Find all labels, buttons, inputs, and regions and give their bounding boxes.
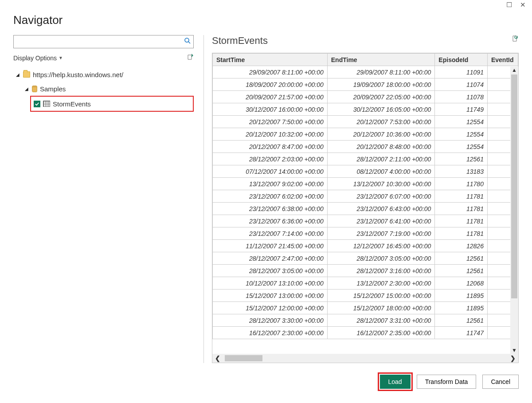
table-cell: 11/12/2007 21:45:00 +00:00: [213, 240, 328, 252]
dialog-title: Navigator: [0, 11, 532, 35]
table-row[interactable]: 15/12/2007 12:00:00 +00:0015/12/2007 18:…: [213, 302, 518, 314]
table-row[interactable]: 11/12/2007 21:45:00 +00:0012/12/2007 16:…: [213, 240, 518, 252]
tree-node-connection[interactable]: ◢ https://help.kusto.windows.net/: [13, 67, 194, 82]
caret-expanded-icon: ◢: [15, 72, 20, 77]
table-cell: 28/12/2007 2:47:00 +00:00: [213, 252, 328, 265]
table-cell: 11091: [435, 66, 488, 78]
table-row[interactable]: 23/12/2007 6:36:00 +00:0023/12/2007 6:41…: [213, 215, 518, 227]
table-cell: 13183: [435, 165, 488, 178]
table-cell: 12554: [435, 128, 488, 141]
scroll-left-icon[interactable]: ❮: [212, 355, 223, 361]
table-cell: 12554: [435, 116, 488, 128]
search-input[interactable]: [13, 35, 194, 48]
column-header[interactable]: EventId: [487, 54, 518, 66]
dialog-footer: Load Transform Data Cancel: [0, 363, 532, 389]
scroll-right-icon[interactable]: ❯: [508, 355, 518, 361]
caret-expanded-icon: ◢: [24, 86, 29, 91]
table-cell: 30/12/2007 16:00:00 +00:00: [213, 103, 328, 116]
table-cell: 13/12/2007 2:30:00 +00:00: [327, 277, 435, 290]
table-cell: 07/12/2007 14:00:00 +00:00: [213, 165, 328, 178]
table-cell: 11895: [435, 290, 488, 302]
table-cell: 12561: [435, 252, 488, 265]
column-header[interactable]: EndTime: [327, 54, 435, 66]
horizontal-scrollbar[interactable]: ❮ ❯: [212, 354, 518, 363]
svg-line-1: [188, 42, 190, 43]
table-cell: 29/09/2007 8:11:00 +00:00: [213, 66, 328, 78]
folder-icon: [23, 71, 30, 78]
table-cell: 29/09/2007 8:11:00 +00:00: [327, 66, 435, 78]
scrollbar-thumb[interactable]: [511, 74, 517, 298]
tree-node-database[interactable]: ◢ Samples: [13, 82, 194, 96]
vertical-scrollbar[interactable]: ▲ ▼: [510, 67, 518, 354]
table-row[interactable]: 28/12/2007 3:05:00 +00:0028/12/2007 3:16…: [213, 265, 518, 277]
table-cell: 11074: [435, 78, 488, 91]
table-cell: 18/09/2007 20:00:00 +00:00: [213, 78, 328, 91]
table-row[interactable]: 29/09/2007 8:11:00 +00:0029/09/2007 8:11…: [213, 66, 518, 78]
table-row[interactable]: 30/12/2007 16:00:00 +00:0030/12/2007 16:…: [213, 103, 518, 116]
table-row[interactable]: 10/12/2007 13:10:00 +00:0013/12/2007 2:3…: [213, 277, 518, 290]
table-row[interactable]: 23/12/2007 6:38:00 +00:0023/12/2007 6:43…: [213, 203, 518, 215]
caret-down-icon: ▼: [59, 55, 63, 60]
column-header[interactable]: EpisodeId: [435, 54, 488, 66]
table-cell: 28/12/2007 3:16:00 +00:00: [327, 265, 435, 277]
table-row[interactable]: 20/09/2007 21:57:00 +00:0020/09/2007 22:…: [213, 91, 518, 103]
table-row[interactable]: 07/12/2007 14:00:00 +00:0008/12/2007 4:0…: [213, 165, 518, 178]
table-cell: 10/12/2007 13:10:00 +00:00: [213, 277, 328, 290]
tree-node-table[interactable]: StormEvents: [34, 100, 91, 108]
display-options-label: Display Options: [13, 55, 57, 62]
transform-data-button[interactable]: Transform Data: [417, 375, 477, 389]
table-cell: 23/12/2007 6:43:00 +00:00: [327, 203, 435, 215]
refresh-icon[interactable]: [187, 54, 194, 62]
preview-title: StormEvents: [212, 35, 268, 47]
load-button[interactable]: Load: [380, 375, 411, 389]
table-row[interactable]: 18/09/2007 20:00:00 +00:0019/09/2007 18:…: [213, 78, 518, 91]
source-tree: ◢ https://help.kusto.windows.net/ ◢ Samp…: [13, 67, 194, 112]
display-options-dropdown[interactable]: Display Options ▼: [13, 55, 63, 62]
table-row[interactable]: 15/12/2007 13:00:00 +00:0015/12/2007 15:…: [213, 290, 518, 302]
tree-node-label: https://help.kusto.windows.net/: [33, 71, 123, 78]
table-row[interactable]: 20/12/2007 10:32:00 +00:0020/12/2007 10:…: [213, 128, 518, 141]
scrollbar-thumb[interactable]: [225, 355, 262, 361]
table-cell: 16/12/2007 2:30:00 +00:00: [213, 327, 328, 339]
table-row[interactable]: 28/12/2007 2:03:00 +00:0028/12/2007 2:11…: [213, 153, 518, 165]
column-header[interactable]: StartTime: [213, 54, 328, 66]
table-cell: 23/12/2007 6:07:00 +00:00: [327, 190, 435, 203]
table-cell: 28/12/2007 3:31:00 +00:00: [327, 314, 435, 327]
tree-node-label: StormEvents: [53, 100, 91, 108]
window-maximize-icon[interactable]: ☐: [506, 1, 512, 9]
table-row[interactable]: 23/12/2007 7:14:00 +00:0023/12/2007 7:19…: [213, 227, 518, 240]
table-cell: 28/12/2007 2:11:00 +00:00: [327, 153, 435, 165]
table-cell: 20/12/2007 7:50:00 +00:00: [213, 116, 328, 128]
table-cell: 12561: [435, 265, 488, 277]
table-cell: 16/12/2007 2:35:00 +00:00: [327, 327, 435, 339]
table-row[interactable]: 20/12/2007 7:50:00 +00:0020/12/2007 7:53…: [213, 116, 518, 128]
table-row[interactable]: 16/12/2007 2:30:00 +00:0016/12/2007 2:35…: [213, 327, 518, 339]
table-cell: 11781: [435, 227, 488, 240]
selected-table-highlight: StormEvents: [30, 96, 194, 112]
table-row[interactable]: 13/12/2007 9:02:00 +00:0013/12/2007 10:3…: [213, 178, 518, 190]
search-icon[interactable]: [184, 37, 191, 46]
table-cell: 13/12/2007 10:30:00 +00:00: [327, 178, 435, 190]
cancel-button[interactable]: Cancel: [482, 375, 519, 389]
table-cell: 23/12/2007 6:41:00 +00:00: [327, 215, 435, 227]
table-cell: 11749: [435, 103, 488, 116]
table-row[interactable]: 23/12/2007 6:02:00 +00:0023/12/2007 6:07…: [213, 190, 518, 203]
svg-point-0: [185, 38, 189, 42]
table-cell: 08/12/2007 4:00:00 +00:00: [327, 165, 435, 178]
table-cell: 11747: [435, 327, 488, 339]
table-checkbox[interactable]: [34, 101, 40, 107]
scroll-up-icon[interactable]: ▲: [512, 67, 517, 74]
window-close-icon[interactable]: ✕: [520, 1, 526, 9]
table-cell: 12561: [435, 153, 488, 165]
scroll-down-icon[interactable]: ▼: [512, 347, 517, 354]
table-row[interactable]: 20/12/2007 8:47:00 +00:0020/12/2007 8:48…: [213, 141, 518, 153]
table-cell: 15/12/2007 13:00:00 +00:00: [213, 290, 328, 302]
table-row[interactable]: 28/12/2007 2:47:00 +00:0028/12/2007 3:05…: [213, 252, 518, 265]
table-cell: 12561: [435, 314, 488, 327]
table-cell: 20/09/2007 21:57:00 +00:00: [213, 91, 328, 103]
preview-refresh-icon[interactable]: [512, 35, 519, 44]
table-cell: 11780: [435, 178, 488, 190]
table-row[interactable]: 28/12/2007 3:30:00 +00:0028/12/2007 3:31…: [213, 314, 518, 327]
table-cell: 23/12/2007 7:14:00 +00:00: [213, 227, 328, 240]
table-cell: 30/12/2007 16:05:00 +00:00: [327, 103, 435, 116]
